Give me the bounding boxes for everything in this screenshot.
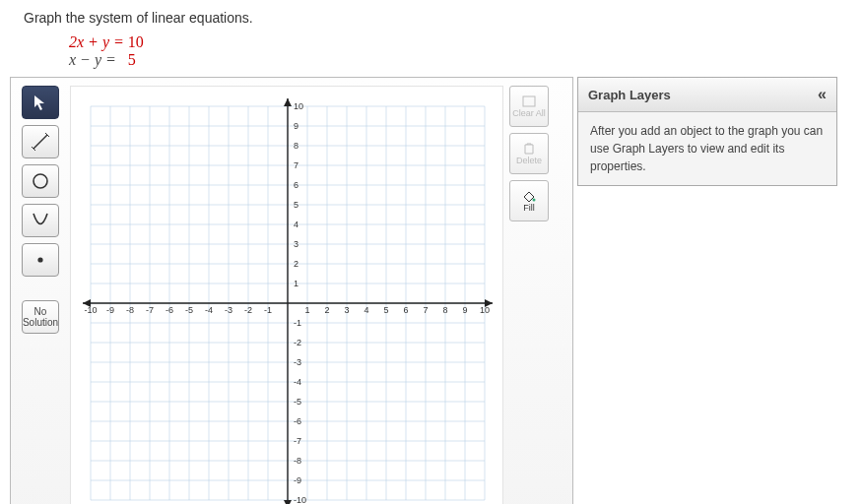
svg-text:-4: -4 xyxy=(205,305,213,315)
graph-layers-panel: Graph Layers « After you add an object t… xyxy=(577,77,837,186)
clear-all-button[interactable]: Clear All xyxy=(509,86,549,127)
svg-text:6: 6 xyxy=(403,305,408,315)
side-column: Clear All Delete Fill xyxy=(509,86,553,504)
svg-rect-87 xyxy=(523,96,535,106)
svg-text:-9: -9 xyxy=(294,475,301,485)
svg-text:4: 4 xyxy=(364,305,368,315)
svg-text:5: 5 xyxy=(383,305,388,315)
line-tool[interactable] xyxy=(22,125,59,158)
tool-column: No Solution ⏻ Help xyxy=(19,86,62,504)
svg-text:-8: -8 xyxy=(294,456,301,466)
svg-point-2 xyxy=(37,257,42,262)
svg-text:-6: -6 xyxy=(166,305,173,315)
svg-text:1: 1 xyxy=(294,279,298,288)
svg-text:-8: -8 xyxy=(126,305,134,315)
svg-point-88 xyxy=(533,199,536,202)
graph-panel: No Solution ⏻ Help -10-9-8-7-6-5-4-3-2-1… xyxy=(10,77,573,504)
svg-text:2: 2 xyxy=(324,305,329,315)
graph-layers-title: Graph Layers xyxy=(588,88,671,102)
svg-text:-7: -7 xyxy=(294,436,301,446)
svg-text:-10: -10 xyxy=(294,495,306,504)
clear-all-icon xyxy=(521,94,537,108)
circle-tool[interactable] xyxy=(22,164,59,198)
svg-text:-4: -4 xyxy=(294,377,301,387)
trash-icon xyxy=(522,142,536,156)
svg-text:-2: -2 xyxy=(244,305,252,315)
equations-block: 2x + y = 10 x − y = 5 xyxy=(69,33,852,69)
svg-text:-2: -2 xyxy=(294,338,301,347)
point-tool[interactable] xyxy=(22,243,59,277)
svg-text:7: 7 xyxy=(423,305,428,315)
no-solution-button[interactable]: No Solution xyxy=(22,300,59,334)
graph-layers-hint: After you add an object to the graph you… xyxy=(578,112,836,185)
svg-text:-9: -9 xyxy=(106,305,114,315)
svg-text:-3: -3 xyxy=(225,305,232,315)
graph-canvas[interactable]: -10-9-8-7-6-5-4-3-2-112345678910-10-9-8-… xyxy=(70,86,503,504)
svg-line-0 xyxy=(33,135,47,149)
collapse-button[interactable]: « xyxy=(818,86,827,103)
svg-text:6: 6 xyxy=(294,180,298,190)
svg-text:-1: -1 xyxy=(264,305,272,315)
svg-text:9: 9 xyxy=(462,305,467,315)
question-text: Graph the system of linear equations. xyxy=(24,10,852,26)
svg-text:10: 10 xyxy=(294,101,303,111)
svg-text:7: 7 xyxy=(294,160,298,170)
svg-text:-3: -3 xyxy=(294,357,301,367)
parabola-tool[interactable] xyxy=(22,204,59,237)
svg-text:-1: -1 xyxy=(294,318,301,328)
help-link[interactable]: ⏻ Help xyxy=(21,416,61,504)
svg-text:-5: -5 xyxy=(294,397,301,407)
svg-text:-10: -10 xyxy=(84,305,97,315)
svg-text:8: 8 xyxy=(294,141,298,151)
svg-text:10: 10 xyxy=(480,305,490,315)
svg-text:-5: -5 xyxy=(185,305,193,315)
svg-point-1 xyxy=(33,174,47,188)
svg-text:5: 5 xyxy=(294,200,298,210)
svg-text:1: 1 xyxy=(304,305,309,315)
fill-icon xyxy=(521,189,537,203)
fill-button[interactable]: Fill xyxy=(509,180,549,221)
svg-text:-7: -7 xyxy=(146,305,154,315)
svg-text:-6: -6 xyxy=(294,416,301,426)
svg-text:9: 9 xyxy=(294,121,298,131)
svg-text:2: 2 xyxy=(294,259,298,269)
svg-text:3: 3 xyxy=(344,305,349,315)
svg-text:8: 8 xyxy=(442,305,447,315)
svg-text:4: 4 xyxy=(294,220,298,229)
pointer-tool[interactable] xyxy=(22,86,59,119)
svg-text:3: 3 xyxy=(294,239,298,249)
delete-button[interactable]: Delete xyxy=(509,133,549,174)
